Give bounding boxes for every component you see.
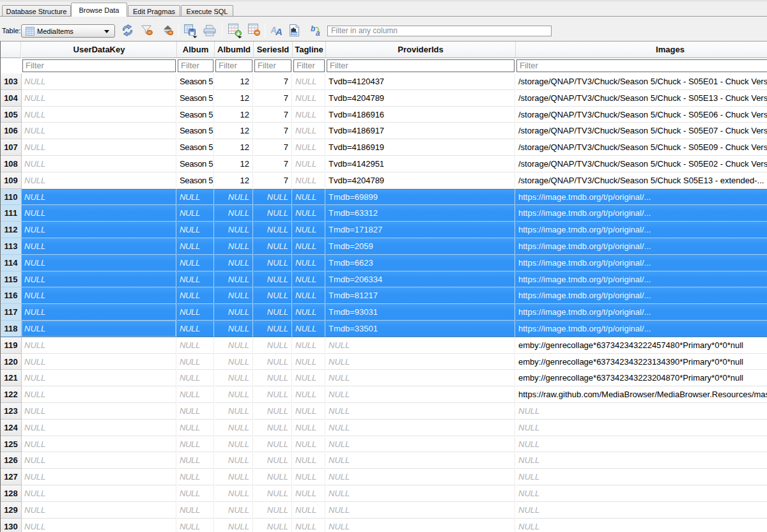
svg-text:b: b [311, 25, 315, 33]
svg-text:html: html [291, 32, 297, 35]
svg-text:A: A [275, 26, 283, 36]
